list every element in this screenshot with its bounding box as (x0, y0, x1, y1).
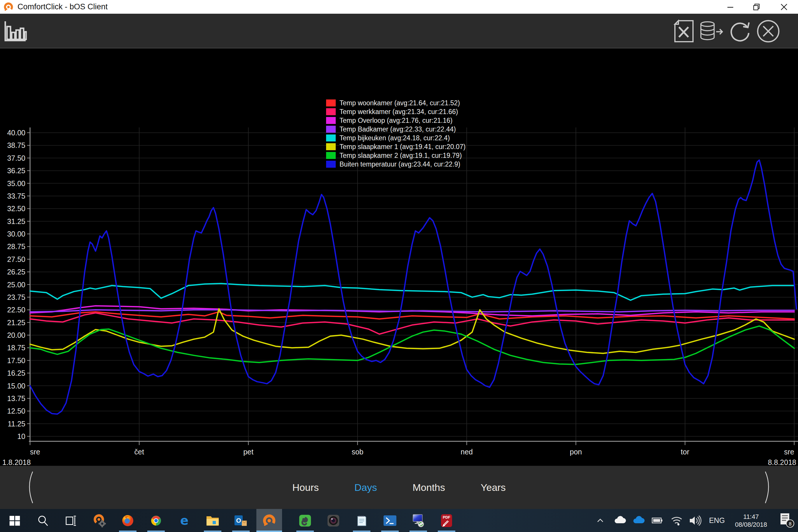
taskbar-firefox-icon[interactable] (115, 509, 140, 532)
tray-time: 11:47 (743, 513, 759, 520)
x-axis-tick-label: ned (460, 448, 473, 456)
refresh-icon[interactable] (727, 19, 752, 43)
y-axis-tick-label: 31.25 (7, 217, 25, 226)
y-axis-tick-label: 12.50 (7, 407, 25, 415)
y-axis-tick-label: 37.50 (7, 154, 25, 162)
taskbar-camera-icon[interactable] (321, 509, 346, 532)
y-axis-tick-label: 10 (17, 432, 25, 440)
running-indicator (232, 531, 250, 532)
svg-text:O: O (236, 517, 241, 524)
legend-color-swatch (326, 126, 336, 133)
legend-label: Temp slaapkamer 1 (avg:19.41, cur:20.07) (340, 143, 466, 151)
y-axis-tick-label: 11.25 (7, 420, 25, 428)
minimize-button[interactable] (718, 0, 743, 14)
legend-label: Temp Badkamer (avg:22.33, cur:22.44) (340, 126, 456, 133)
y-axis-tick-label: 30.00 (7, 230, 25, 238)
tray-onedrive-personal-icon[interactable] (612, 509, 628, 532)
y-axis-tick-label: 17.50 (7, 356, 25, 365)
legend-color-swatch (326, 134, 336, 141)
database-export-icon[interactable] (699, 19, 723, 43)
taskbar-comfortclick-bos-client-icon[interactable] (256, 509, 282, 532)
running-indicator (438, 531, 455, 532)
legend-color-swatch (326, 152, 336, 159)
tab-months[interactable]: Months (413, 482, 445, 493)
close-window-button[interactable] (771, 0, 797, 14)
legend-item: Temp Overloop (avg:21.76, cur:21.16) (326, 116, 466, 125)
tray-battery-icon[interactable] (649, 509, 666, 532)
svg-text:e: e (180, 514, 189, 528)
series-line-temp-badkamer (30, 310, 794, 312)
chart-area: 40.0038.7537.5036.2535.0033.7532.5031.25… (0, 49, 798, 466)
taskbar-outlook-icon[interactable]: O (228, 509, 254, 532)
tray-volume-icon[interactable] (686, 509, 703, 532)
time-range-tabs: HoursDaysMonthsYears (0, 466, 798, 509)
tab-hours[interactable]: Hours (292, 482, 319, 493)
running-indicator (410, 531, 427, 532)
series-line-temp-bijkeuken (30, 284, 794, 300)
y-axis-tick-label: 15.00 (7, 382, 25, 390)
legend-item: Temp slaapkamer 1 (avg:19.41, cur:20.07) (326, 142, 466, 151)
taskbar-chrome-icon[interactable] (143, 509, 169, 532)
y-axis-tick-label: 13.75 (7, 394, 25, 402)
legend-item: Temp woonkamer (avg:21.64, cur:21.52) (326, 99, 466, 107)
legend-color-swatch (326, 108, 336, 115)
comfortclick-logo-icon (3, 1, 14, 13)
taskbar-notepad-icon[interactable] (349, 509, 375, 532)
legend-item: Temp Badkamer (avg:22.33, cur:22.44) (326, 125, 466, 134)
legend-color-swatch (326, 161, 336, 168)
x-axis-end-date: 8.8.2018 (768, 458, 796, 467)
close-circle-icon[interactable] (756, 19, 780, 43)
x-axis-tick-label: sre (30, 448, 40, 456)
tray-chevron-up-icon[interactable] (593, 509, 607, 532)
y-axis-tick-label: 33.75 (7, 192, 25, 200)
x-axis-tick-label: pet (243, 448, 253, 456)
desktop: ComfortClick - bOS Client (0, 0, 798, 532)
y-axis-tick-label: 40.00 (7, 129, 25, 137)
running-indicator (296, 531, 314, 532)
x-axis-tick-label: čet (134, 448, 144, 456)
tray-date: 08/08/2018 (735, 520, 767, 529)
taskbar-pdf-editor-icon[interactable]: PDF (434, 509, 459, 532)
taskbar-start-icon[interactable] (2, 509, 27, 532)
bar-chart-icon[interactable] (2, 19, 27, 43)
app-toolbar (0, 14, 798, 49)
taskbar-search-icon[interactable] (30, 509, 56, 532)
legend-label: Temp woonkamer (avg:21.64, cur:21.52) (340, 99, 460, 107)
taskbar-evernote-icon[interactable] (292, 509, 318, 532)
y-axis-tick-label: 28.75 (7, 242, 25, 250)
legend-label: Temp werkkamer (avg:21.34, cur:21.66) (340, 108, 458, 116)
tab-years[interactable]: Years (481, 482, 506, 493)
y-axis-tick-label: 21.25 (7, 319, 25, 327)
tray-clock[interactable]: 11:47 08/08/2018 (729, 509, 773, 532)
taskbar-file-explorer-icon[interactable] (200, 509, 226, 532)
running-indicator (256, 531, 282, 532)
x-axis-tick-label: tor (681, 448, 689, 456)
tray-onedrive-business-icon[interactable] (631, 509, 647, 532)
restore-button[interactable] (744, 0, 770, 14)
running-indicator (204, 531, 221, 532)
time-range-nav: HoursDaysMonthsYears (0, 466, 798, 509)
tray-wifi-icon[interactable] (668, 509, 685, 532)
legend-color-swatch (326, 143, 336, 150)
tray-language-indicator[interactable]: ENG (706, 509, 728, 532)
taskbar-edge-icon[interactable]: e (171, 509, 197, 532)
taskbar-remote-desktop-icon[interactable] (405, 509, 431, 532)
x-axis-tick-label: sob (352, 448, 363, 456)
notification-badge: 8 (788, 521, 791, 527)
tray-action-center-icon[interactable]: 8 (776, 509, 798, 532)
y-axis-tick-label: 23.75 (7, 293, 25, 301)
taskbar-task-view-icon[interactable] (58, 509, 84, 532)
excel-export-icon[interactable] (671, 19, 696, 43)
tab-days[interactable]: Days (354, 482, 377, 493)
y-axis-tick-label: 36.25 (7, 167, 25, 175)
taskbar-bos-configurator-icon[interactable] (87, 509, 112, 532)
y-axis-tick-label: 25.00 (7, 281, 25, 289)
legend-item: Temp werkkamer (avg:21.34, cur:21.66) (326, 107, 466, 116)
taskbar-powershell-icon[interactable] (377, 509, 403, 532)
legend-color-swatch (326, 117, 336, 124)
legend-label: Buiten temperatuur (avg:23.44, cur:22.9) (340, 160, 460, 168)
y-axis-tick-label: 20.00 (7, 331, 25, 339)
y-axis-tick-label: 38.75 (7, 141, 25, 149)
legend-item: Buiten temperatuur (avg:23.44, cur:22.9) (326, 160, 466, 169)
series-line-buiten-temperatuur (30, 160, 797, 414)
